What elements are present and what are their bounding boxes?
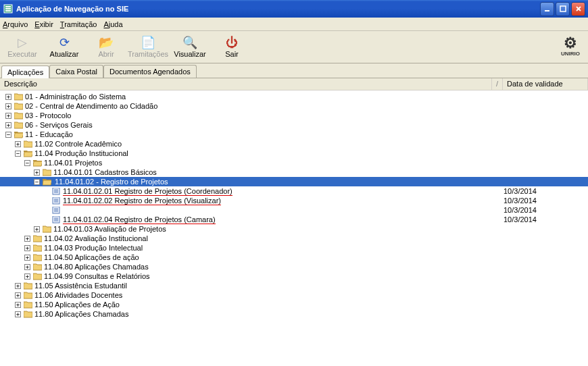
tree-row[interactable]: +11.02 Controle Acadêmico (0, 139, 588, 149)
tree-label[interactable]: 11 - Educação (25, 130, 73, 138)
tab-documentos[interactable]: Documentos Agendados (103, 65, 197, 78)
tree-date: 10/3/2014 (504, 215, 537, 224)
toolbar-sair[interactable]: ⏻ Sair (211, 32, 253, 62)
tree-row[interactable]: +11.04.03 Produção Intelectual (0, 243, 588, 253)
folder-open-icon (23, 149, 32, 157)
tree-label[interactable]: 11.04.01.02.02 Registro de Projetos (Vis… (63, 197, 221, 205)
expand-icon[interactable]: + (15, 283, 21, 289)
close-button[interactable] (571, 2, 585, 16)
expand-icon[interactable]: + (5, 122, 11, 128)
expand-icon[interactable]: + (15, 311, 21, 317)
expand-icon[interactable]: + (5, 94, 11, 100)
tree-row[interactable]: 10/3/2014 (0, 205, 588, 215)
folder-icon (42, 168, 51, 176)
tree-row[interactable]: −11 - Educação (0, 130, 588, 139)
tree-label[interactable]: 11.50 Aplicações de Ação (34, 300, 120, 309)
tree-row[interactable]: +11.05 Assistência Estudantil (0, 281, 588, 290)
run-icon: ▷ (18, 36, 27, 49)
collapse-icon[interactable]: − (5, 132, 11, 138)
column-data-validade[interactable]: Data de validade (503, 78, 588, 90)
view-icon: 🔍 (182, 36, 197, 49)
tree-row[interactable]: 11.04.01.02.02 Registro de Projetos (Vis… (0, 196, 588, 205)
tree-label[interactable]: 11.05 Assistência Estudantil (34, 282, 127, 290)
tree-view[interactable]: +01 - Administração do Sistema+02 - Cent… (0, 90, 588, 366)
app-icon (3, 3, 14, 14)
tree-row[interactable]: −11.04 Produção Institucional (0, 149, 588, 158)
tree-label[interactable]: 02 - Central de Atendimento ao Cidadão (25, 102, 157, 110)
window-title: Aplicação de Navegação no SIE (16, 5, 540, 13)
tree-row[interactable]: +11.04.01.01 Cadastros Básicos (0, 167, 588, 177)
tree-row[interactable]: +11.04.80 Aplicações Chamadas (0, 262, 588, 271)
expand-icon[interactable]: + (24, 264, 30, 270)
menu-bar: Arquivo Exibir Tramitação Ajuda (0, 18, 588, 31)
tree-row[interactable]: +03 - Protocolo (0, 111, 588, 120)
tree-row[interactable]: +02 - Central de Atendimento ao Cidadão (0, 101, 588, 111)
tree-row[interactable]: +11.04.99 Consultas e Relatórios (0, 271, 588, 281)
tree-label[interactable]: 11.04.01.02.04 Registro de Projetos (Cam… (63, 215, 216, 224)
maximize-button[interactable] (556, 2, 570, 16)
tree-label[interactable]: 11.02 Controle Acadêmico (34, 140, 122, 148)
menu-tramitacao[interactable]: Tramitação (60, 20, 97, 28)
tree-row[interactable]: +11.80 Aplicações Chamadas (0, 309, 588, 319)
tab-caixa-postal[interactable]: Caixa Postal (49, 65, 103, 78)
tree-label[interactable]: 11.04.80 Aplicações Chamadas (44, 263, 149, 271)
tree-label[interactable]: 01 - Administração do Sistema (25, 93, 126, 101)
tree-row[interactable]: +11.04.01.03 Avaliação de Projetos (0, 224, 588, 234)
expand-icon[interactable]: + (34, 169, 40, 176)
tree-row[interactable]: +01 - Administração do Sistema (0, 92, 588, 101)
menu-arquivo[interactable]: Arquivo (3, 20, 28, 28)
tree-row[interactable]: +11.50 Aplicações de Ação (0, 300, 588, 309)
expand-icon[interactable]: + (24, 273, 30, 280)
menu-exibir[interactable]: Exibir (34, 20, 53, 28)
tree-label[interactable]: 11.04.99 Consultas e Relatórios (44, 272, 150, 280)
svg-rect-4 (545, 10, 549, 11)
tree-row[interactable]: +11.04.02 Avaliação Institucional (0, 234, 588, 243)
expand-icon[interactable]: + (24, 236, 30, 242)
tree-label[interactable]: 11.04 Produção Institucional (34, 149, 128, 157)
collapse-icon[interactable]: − (34, 179, 40, 185)
tree-row[interactable]: +11.04.50 Aplicações de ação (0, 253, 588, 262)
tree-label[interactable]: 11.80 Aplicações Chamadas (34, 310, 128, 318)
gear-icon: ⚙ (564, 36, 577, 51)
expand-icon[interactable]: + (15, 292, 21, 298)
column-descricao[interactable]: Descrição (0, 78, 492, 90)
expand-icon[interactable]: + (5, 113, 11, 119)
tree-row[interactable]: +06 - Serviços Gerais (0, 120, 588, 130)
tree-label[interactable]: 06 - Serviços Gerais (25, 121, 93, 129)
tree-label[interactable]: 11.04.50 Aplicações de ação (44, 253, 139, 261)
collapse-icon[interactable]: − (24, 160, 30, 166)
folder-open-icon (32, 159, 42, 167)
tree-label[interactable]: 11.04.01.02 - Registro de Projetos (53, 178, 170, 186)
collapse-icon[interactable]: − (15, 151, 21, 157)
tree-label[interactable]: 11.06 Atividades Docentes (34, 291, 122, 299)
expand-icon[interactable]: + (5, 103, 11, 109)
tree-label[interactable]: 03 - Protocolo (25, 111, 71, 120)
expand-icon[interactable]: + (15, 302, 21, 308)
tree-row[interactable]: +11.06 Atividades Docentes (0, 290, 588, 300)
exit-icon: ⏻ (226, 36, 238, 49)
tree-label[interactable]: 11.04.01 Projetos (44, 159, 102, 167)
tree-label[interactable]: 11.04.03 Produção Intelectual (44, 244, 143, 252)
document-icon (51, 197, 61, 205)
expand-icon[interactable]: + (15, 141, 21, 147)
document-icon (51, 215, 61, 224)
expand-icon[interactable]: + (34, 226, 40, 232)
minimize-button[interactable] (540, 2, 554, 16)
tree-label[interactable]: 11.04.02 Avaliação Institucional (44, 234, 148, 242)
tree-row[interactable]: −11.04.01 Projetos (0, 158, 588, 167)
folder-icon (14, 102, 23, 110)
toolbar-visualizar[interactable]: 🔍 Visualizar (169, 32, 211, 62)
toolbar-atualizar[interactable]: ⟳ Atualizar (43, 32, 85, 62)
flow-icon: 📄 (141, 36, 155, 49)
tree-label[interactable]: 11.04.01.03 Avaliação de Projetos (53, 225, 166, 233)
expand-icon[interactable]: + (24, 255, 30, 261)
tree-label[interactable]: 11.04.01.01 Cadastros Básicos (53, 168, 157, 176)
menu-ajuda[interactable]: Ajuda (103, 20, 122, 28)
tree-row[interactable]: −11.04.01.02 - Registro de Projetos (0, 177, 588, 186)
tree-label[interactable]: 11.04.01.02.01 Registro de Projetos (Coo… (63, 187, 232, 196)
tab-aplicacoes[interactable]: Aplicações (1, 66, 49, 78)
tree-row[interactable]: 11.04.01.02.01 Registro de Projetos (Coo… (0, 186, 588, 196)
svg-rect-2 (5, 8, 11, 9)
tree-row[interactable]: 11.04.01.02.04 Registro de Projetos (Cam… (0, 215, 588, 224)
expand-icon[interactable]: + (24, 245, 30, 251)
